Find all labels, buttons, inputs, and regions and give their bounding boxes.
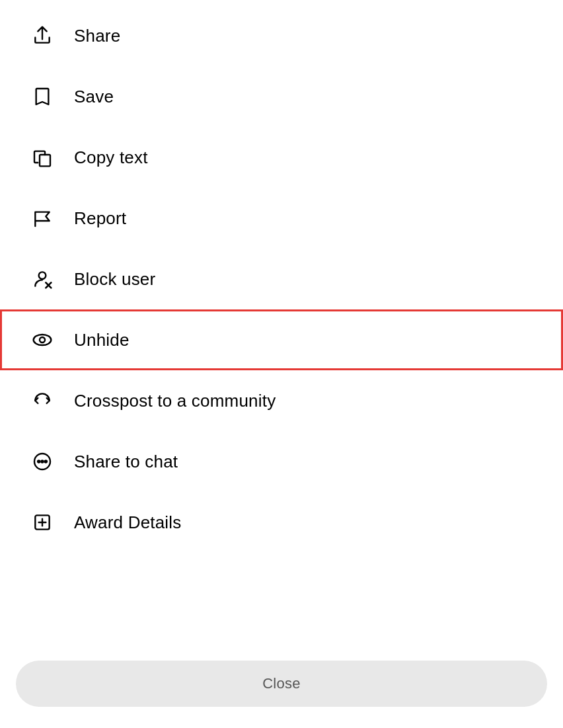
crosspost-label: Crosspost to a community [74, 391, 276, 411]
menu-item-share-to-chat[interactable]: Share to chat [0, 431, 563, 492]
share-label: Share [74, 26, 120, 46]
save-label: Save [74, 87, 114, 107]
save-icon [26, 81, 58, 112]
menu-item-unhide[interactable]: Unhide [0, 309, 563, 370]
menu-item-block-user[interactable]: Block user [0, 249, 563, 309]
copy-text-label: Copy text [74, 147, 148, 168]
report-label: Report [74, 208, 126, 229]
svg-point-4 [34, 335, 52, 345]
menu-container: Share Save Copy text Report [0, 0, 563, 650]
unhide-icon [26, 324, 58, 356]
menu-item-report[interactable]: Report [0, 188, 563, 249]
close-bar: Close [0, 650, 563, 728]
menu-item-save[interactable]: Save [0, 66, 563, 127]
close-button[interactable]: Close [16, 661, 547, 707]
share-icon [26, 20, 58, 52]
copy-text-icon [26, 142, 58, 173]
menu-item-crosspost[interactable]: Crosspost to a community [0, 370, 563, 431]
unhide-label: Unhide [74, 330, 130, 350]
menu-item-share[interactable]: Share [0, 5, 563, 66]
svg-point-1 [39, 272, 46, 279]
svg-point-5 [40, 337, 45, 343]
award-details-label: Award Details [74, 512, 182, 533]
menu-item-copy-text[interactable]: Copy text [0, 127, 563, 188]
svg-point-7 [38, 460, 40, 462]
svg-rect-0 [40, 155, 50, 166]
menu-item-award-details[interactable]: Award Details [0, 492, 563, 553]
share-to-chat-label: Share to chat [74, 452, 178, 472]
crosspost-icon [26, 385, 58, 417]
svg-point-9 [45, 460, 47, 462]
award-icon [26, 506, 58, 538]
block-user-icon [26, 263, 58, 295]
share-to-chat-icon [26, 446, 58, 477]
svg-point-8 [41, 460, 43, 462]
block-user-label: Block user [74, 269, 155, 290]
report-icon [26, 202, 58, 234]
